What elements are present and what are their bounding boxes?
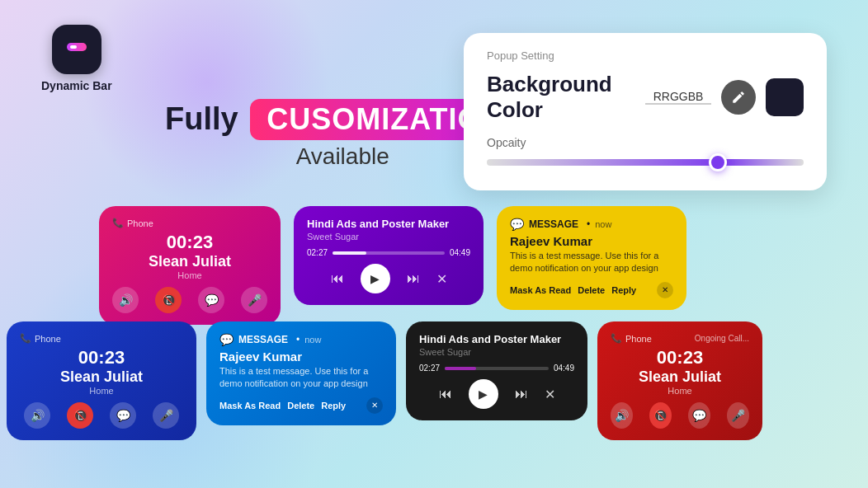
phone-icon-red: 📞 [611, 333, 622, 344]
hex-input[interactable] [645, 90, 711, 105]
card-call-pink: 📞 Phone 00:23 Slean Juliat Home 🔊 📵 💬 🎤 [99, 206, 281, 325]
volume-button[interactable]: 🔊 [112, 287, 139, 313]
popup-panel: Popup Setting Background Color Opcaity [464, 33, 827, 190]
chat-btn-blue[interactable]: 💬 [110, 402, 136, 429]
msg-yellow-close[interactable]: ✕ [657, 282, 673, 298]
call-blue-name: Slean Juliat [20, 368, 183, 386]
next-button[interactable]: ⏭ [407, 271, 420, 286]
call-pink-header: 📞 Phone [112, 218, 267, 228]
message-icon: 💬 [510, 218, 524, 231]
popup-title: Popup Setting [487, 49, 804, 62]
msg-yellow-header-row: 💬 MESSAGE • now [510, 218, 673, 231]
bg-color-label: Background Color [487, 72, 635, 123]
call-red-header: 📞 Phone Ongoing Call... [611, 333, 749, 344]
time-start: 02:27 [307, 248, 328, 257]
msg-yellow-body: This is a test message. Use this for a d… [510, 250, 673, 275]
mute-btn-blue[interactable]: 🎤 [153, 402, 179, 429]
time-end: 04:49 [450, 248, 470, 257]
music-purple-sub: Sweet Sugar [307, 232, 470, 242]
call-pink-controls: 🔊 📵 💬 🎤 [112, 287, 267, 313]
music-dark-progress: 02:27 04:49 [419, 364, 574, 373]
msg-yellow-when: now [595, 219, 611, 229]
card-msg-yellow: 💬 MESSAGE • now Rajeev Kumar This is a t… [497, 206, 686, 310]
music-dark-controls: ⏮ ▶ ⏭ ✕ [419, 379, 574, 409]
delete-button[interactable]: Delete [578, 284, 605, 297]
close-btn-dark[interactable]: ✕ [545, 387, 555, 402]
music-purple-title: Hindi Ads and Poster Maker [307, 218, 470, 230]
close-button[interactable]: ✕ [436, 271, 447, 287]
hangup-button[interactable]: 📵 [155, 287, 182, 313]
cards-row-top: 📞 Phone 00:23 Slean Juliat Home 🔊 📵 💬 🎤 … [99, 206, 686, 325]
slider-track [487, 159, 804, 166]
call-pink-sub: Home [112, 270, 267, 280]
msg-blue-header-row: 💬 MESSAGE • now [219, 333, 383, 346]
music-purple-progress: 02:27 04:49 [307, 248, 470, 257]
app-name: Dynamic Bar [41, 79, 112, 92]
mask-read-button[interactable]: Mask As Read [510, 284, 571, 297]
slider-thumb[interactable] [709, 153, 727, 171]
dark-time-start: 02:27 [419, 364, 440, 373]
next-btn-dark[interactable]: ⏭ [515, 387, 528, 401]
mute-button[interactable]: 🎤 [241, 287, 267, 313]
dark-progress-bar[interactable] [445, 367, 549, 370]
hangup-btn-blue[interactable]: 📵 [67, 402, 93, 429]
music-dark-title: Hindi Ads and Poster Maker [419, 333, 574, 345]
play-button[interactable]: ▶ [361, 264, 390, 293]
phone-icon-blue: 📞 [20, 333, 31, 344]
dot: • [587, 218, 590, 230]
msg-blue-actions: Mask As Read Delete Reply ✕ [219, 397, 383, 414]
chat-btn-red[interactable]: 💬 [688, 402, 710, 429]
call-blue-time: 00:23 [20, 347, 183, 368]
call-red-sub: Home [611, 386, 749, 396]
msg-yellow-header: MESSAGE [529, 218, 578, 230]
opacity-label: Opcaity [487, 136, 804, 149]
msg-yellow-name: Rajeev Kumar [510, 234, 673, 248]
app-logo-icon [52, 25, 101, 74]
delete-btn-blue[interactable]: Delete [287, 399, 314, 412]
music-purple-controls: ⏮ ▶ ⏭ ✕ [307, 264, 470, 293]
edit-color-button[interactable] [721, 80, 756, 115]
reply-button[interactable]: Reply [611, 284, 636, 297]
card-call-blue: 📞 Phone 00:23 Slean Juliat Home 🔊 📵 💬 🎤 [7, 321, 196, 440]
svg-rect-1 [70, 45, 77, 49]
phone-icon: 📞 [112, 218, 124, 228]
hangup-btn-red[interactable]: 📵 [649, 402, 672, 429]
opacity-slider[interactable] [487, 154, 804, 171]
logo-area: Dynamic Bar [41, 25, 112, 92]
hero-fully-text: Fully [165, 101, 238, 136]
call-blue-sub: Home [20, 386, 183, 396]
call-blue-controls: 🔊 📵 💬 🎤 [20, 402, 183, 429]
msg-blue-name: Rajeev Kumar [219, 350, 383, 364]
music-dark-sub: Sweet Sugar [419, 347, 574, 357]
card-music-purple: Hindi Ads and Poster Maker Sweet Sugar 0… [294, 206, 484, 305]
message-icon-blue: 💬 [219, 333, 234, 346]
call-red-controls: 🔊 📵 💬 🎤 [611, 402, 749, 429]
call-pink-name: Slean Juliat [112, 253, 267, 270]
volume-btn-red[interactable]: 🔊 [611, 402, 633, 429]
call-red-name: Slean Juliat [611, 368, 749, 386]
popup-bg-row: Background Color [487, 72, 804, 123]
msg-blue-when: now [304, 335, 321, 345]
chat-button[interactable]: 💬 [198, 287, 224, 313]
ongoing-text: Ongoing Call... [695, 334, 749, 343]
dark-time-end: 04:49 [554, 364, 574, 373]
prev-button[interactable]: ⏮ [331, 271, 344, 286]
call-pink-time: 00:23 [112, 232, 267, 253]
mute-btn-red[interactable]: 🎤 [727, 402, 749, 429]
msg-blue-close[interactable]: ✕ [366, 397, 383, 414]
progress-bar[interactable] [333, 251, 445, 255]
msg-blue-body: This is a test message. Use this for a d… [219, 365, 383, 391]
card-call-red: 📞 Phone Ongoing Call... 00:23 Slean Juli… [597, 321, 762, 440]
volume-btn-blue[interactable]: 🔊 [24, 402, 50, 429]
reply-btn-blue[interactable]: Reply [321, 399, 346, 412]
msg-blue-header: MESSAGE [238, 334, 288, 345]
call-blue-header: 📞 Phone [20, 333, 183, 344]
cards-row-bottom: 📞 Phone 00:23 Slean Juliat Home 🔊 📵 💬 🎤 … [0, 321, 762, 440]
mask-read-btn-blue[interactable]: Mask As Read [219, 399, 281, 412]
dot-blue: • [296, 334, 300, 345]
msg-yellow-actions: Mask As Read Delete Reply ✕ [510, 282, 673, 298]
color-swatch[interactable] [766, 78, 804, 116]
prev-btn-dark[interactable]: ⏮ [439, 387, 452, 401]
card-msg-blue: 💬 MESSAGE • now Rajeev Kumar This is a t… [206, 321, 396, 425]
play-btn-dark[interactable]: ▶ [469, 379, 498, 409]
